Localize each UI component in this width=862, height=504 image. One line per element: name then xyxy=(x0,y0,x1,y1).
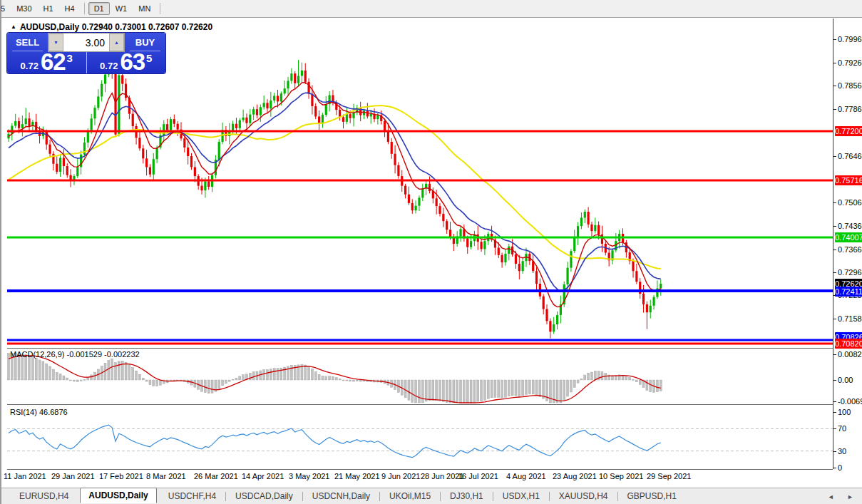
axis-tick-label: 0.72960 xyxy=(838,268,862,277)
timeframe-button-d1[interactable]: D1 xyxy=(88,2,110,15)
date-label: 9 Jun 2021 xyxy=(381,472,420,480)
tab-audusd-daily[interactable]: AUDUSD,Daily xyxy=(80,488,156,503)
axis-tick-label: 0.78560 xyxy=(838,81,862,90)
volume-input[interactable]: 3.00 xyxy=(63,34,109,51)
macd-label: MACD(12,26,9) -0.001529 -0.002232 xyxy=(10,350,140,359)
tab-divider xyxy=(302,492,303,501)
toolbar-separator xyxy=(84,3,85,14)
panel-separator[interactable] xyxy=(7,348,833,349)
date-label: 26 Mar 2021 xyxy=(194,472,238,480)
date-label: 29 Jan 2021 xyxy=(51,472,95,480)
axis-tick-label: 0.75060 xyxy=(838,198,862,207)
tab-usdcnh-daily[interactable]: USDCNH,Daily xyxy=(304,490,378,503)
axis-tick-mark xyxy=(833,319,836,319)
price-badge-0.75716: 0.75716 xyxy=(835,175,862,185)
axis-tick-mark xyxy=(833,202,836,203)
timeframe-toolbar: 5M30H1H4D1W1MN xyxy=(1,0,862,18)
price-badge-0.77200: 0.77200 xyxy=(835,126,862,136)
toolbar-separator xyxy=(160,3,160,14)
price-axis[interactable]: 0.799600.792600.785600.778600.764600.750… xyxy=(833,19,862,469)
axis-tick-label: 0.74360 xyxy=(838,222,862,230)
axis-tick-mark xyxy=(833,428,836,429)
tab-ukoil-m15[interactable]: UKOil,M15 xyxy=(381,490,438,503)
axis-tick-mark xyxy=(833,451,836,452)
tab-gbpusd-h1[interactable]: GBPUSD,H1 xyxy=(620,490,684,503)
axis-tick-100: 100 xyxy=(833,408,851,417)
chart-title: ▲AUDUSD,Daily 0.72940 0.73001 0.72607 0.… xyxy=(11,22,212,32)
axis-tick-mark xyxy=(833,156,836,157)
sell-price-pipette: 3 xyxy=(67,52,73,64)
date-label: 3 May 2021 xyxy=(289,472,329,480)
panel-separator[interactable] xyxy=(7,404,833,405)
sell-price-big-digits: 62 xyxy=(41,52,66,71)
axis-tick-mark xyxy=(833,250,836,250)
timeframe-button-w1[interactable]: W1 xyxy=(110,2,133,15)
timeframe-button-5[interactable]: 5 xyxy=(1,2,11,15)
date-label: 4 Aug 2021 xyxy=(506,472,546,480)
buy-price-button[interactable]: 0.72 63 5 xyxy=(86,52,166,73)
axis-tick-label: 0.76460 xyxy=(838,152,862,160)
axis-tick-mark xyxy=(833,380,836,381)
ma-mid-blue-line xyxy=(9,93,661,291)
buy-price-prefix: 0.72 xyxy=(100,61,118,71)
axis-tick-label: 0.00 xyxy=(838,376,853,384)
axis-tick-label: 100 xyxy=(838,408,851,416)
tab-dj30-h1[interactable]: DJ30,H1 xyxy=(442,490,491,503)
axis-tick-label: 0 xyxy=(838,463,842,472)
timeframe-button-h4[interactable]: H4 xyxy=(59,2,81,15)
axis-tick-mark xyxy=(833,226,836,227)
chart-ohlc-values: 0.72940 0.73001 0.72607 0.72620 xyxy=(82,22,213,32)
timeframe-button-h1[interactable]: H1 xyxy=(38,2,59,15)
axis-tick-label: 0.77860 xyxy=(838,105,862,113)
axis-tick-mark xyxy=(833,39,836,40)
date-label: 29 Sep 2021 xyxy=(647,472,691,480)
timeframe-button-m30[interactable]: M30 xyxy=(11,2,37,15)
axis-tick-30: 30 xyxy=(833,447,846,456)
axis-tick-mark xyxy=(833,354,836,355)
axis-tick-mark xyxy=(833,401,836,402)
ma-slow-yellow-line xyxy=(9,106,661,269)
tab-usdcad-daily[interactable]: USDCAD,Daily xyxy=(227,490,301,503)
candles xyxy=(7,59,662,339)
axis-tick-label: 0.008253 xyxy=(838,350,862,359)
tab-divider xyxy=(225,492,226,501)
rsi-indicator-panel[interactable] xyxy=(7,405,833,469)
tab-usdchf-h4[interactable]: USDCHF,H4 xyxy=(160,490,224,503)
tab-eurusd-h4[interactable]: EURUSD,H4 xyxy=(11,490,76,503)
rsi-label: RSI(14) 46.6876 xyxy=(10,408,68,416)
trading-terminal-window: 5M30H1H4D1W1MN ▲AUDUSD,Daily 0.72940 0.7… xyxy=(0,0,862,504)
axis-tick-label: 70 xyxy=(838,424,846,433)
axis-tick-label: 30 xyxy=(838,447,846,456)
date-label: 8 Mar 2021 xyxy=(146,472,186,480)
axis-tick-0.79960: 0.79960 xyxy=(833,35,862,44)
tab-xauusd-h4[interactable]: XAUUSD,H4 xyxy=(551,490,616,503)
tab-divider xyxy=(549,492,550,501)
sell-button[interactable]: SELL xyxy=(7,33,48,52)
axis-tick-0.74360: 0.74360 xyxy=(833,222,862,231)
sell-price-prefix: 0.72 xyxy=(21,61,39,71)
buy-price-big-digits: 63 xyxy=(120,52,145,71)
date-label: 17 Feb 2021 xyxy=(99,472,143,480)
chart-symbol-label: AUDUSD,Daily xyxy=(20,22,79,32)
axis-tick-label: 0.79960 xyxy=(838,35,862,43)
tab-scroll-right-icon[interactable]: ► xyxy=(847,493,859,500)
axis-tick-mark xyxy=(833,272,836,273)
axis-tick-label: 0.73660 xyxy=(838,245,862,254)
axis-tick-mark xyxy=(833,468,836,468)
axis-tick-mark xyxy=(833,63,836,63)
axis-tick-mark xyxy=(833,86,836,86)
macd-histogram xyxy=(8,353,662,403)
axis-tick-0.008253: 0.008253 xyxy=(833,350,862,359)
axis-tick-mark xyxy=(833,412,836,413)
axis-tick--0.006982: -0.006982 xyxy=(833,397,862,406)
sell-price-button[interactable]: 0.72 62 3 xyxy=(7,52,86,73)
one-click-trading-panel: SELL ▼ 3.00 ▲ BUY 0.72 62 3 0.72 63 5 xyxy=(7,33,165,73)
tab-usdx-h1[interactable]: USDX,H1 xyxy=(495,490,548,503)
time-axis[interactable]: 11 Jan 202129 Jan 202117 Feb 20218 Mar 2… xyxy=(1,472,862,486)
buy-price-pipette: 5 xyxy=(146,52,152,64)
tab-divider xyxy=(493,492,493,501)
buy-button[interactable]: BUY xyxy=(125,33,165,52)
timeframe-button-mn[interactable]: MN xyxy=(133,2,156,15)
tab-scroll-left-icon[interactable]: ◄ xyxy=(828,493,840,500)
tab-divider xyxy=(440,492,441,501)
